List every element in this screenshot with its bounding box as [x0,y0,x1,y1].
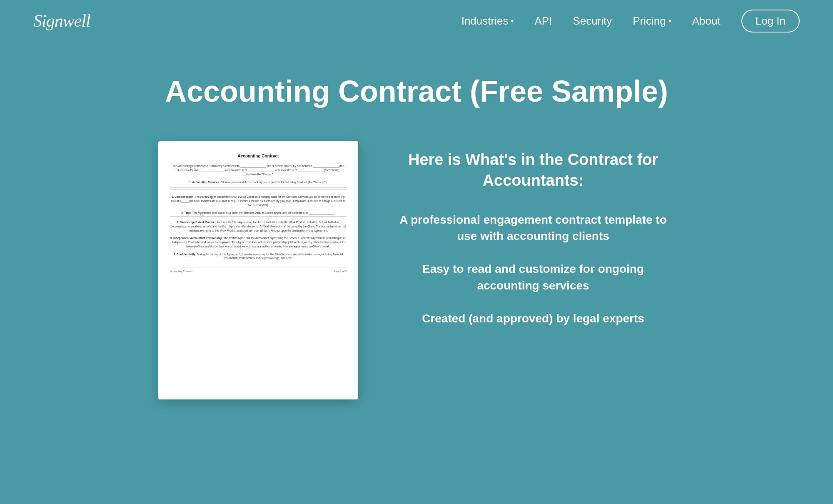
doc-item-2-number: 2. [172,195,174,198]
doc-item-1-title: Accounting Services. [192,181,220,184]
doc-item-2: 2. Compensation. The Parties agree Accou… [170,195,347,207]
doc-item-5: 5. Independent Accountant Relationship. … [170,236,347,248]
doc-item-2-text: The Parties agree Accountant shall invoi… [171,195,345,207]
doc-item-5-number: 5. [170,237,172,240]
header: Signwell Industries ▾ API Security Prici… [0,0,833,42]
document-intro: This Accounting Contract (the "Contract"… [170,164,347,176]
doc-line-1 [170,186,347,186]
doc-item-6-title: Confidentiality. [177,253,196,256]
doc-item-6-text: During the course of this Agreement, it … [197,253,343,260]
nav-api[interactable]: API [534,15,552,27]
feature-text-2: Easy to read and customize for ongoing a… [392,261,675,293]
logo[interactable]: Signwell [33,11,90,31]
feature-text-3: Created (and approved) by legal experts [392,310,675,327]
nav-industries-label: Industries [461,15,509,27]
document-footer: Accounting Contract Page 1 of 3 [170,267,347,272]
nav-security[interactable]: Security [573,15,612,27]
login-button[interactable]: Log In [741,10,800,32]
doc-item-1: 1. Accounting Services. Client requests … [170,180,347,191]
document-body: This Accounting Contract (the "Contract"… [170,164,347,260]
doc-item-3: 3. Term. This Agreement shall commence u… [170,211,347,217]
document-title: Accounting Contract [170,154,347,158]
navigation: Industries ▾ API Security Pricing ▾ Abou… [461,10,800,32]
main-content: Accounting Contract (Free Sample) Accoun… [0,42,833,441]
hero-section: Accounting Contract (Free Sample) Accoun… [0,42,833,441]
doc-item-3-number: 3. [181,211,183,214]
doc-item-6-number: 6. [174,253,176,256]
feature-item-2: Easy to read and customize for ongoing a… [392,261,675,293]
content-area: Accounting Contract This Accounting Cont… [125,141,708,399]
page-title: Accounting Contract (Free Sample) [33,75,800,108]
doc-item-1-number: 1. [189,181,191,184]
document-preview: Accounting Contract This Accounting Cont… [158,141,358,399]
doc-line-4 [170,191,347,191]
doc-line-5 [170,216,347,217]
doc-line-3 [170,189,347,190]
chevron-down-icon: ▾ [511,17,514,24]
feature-text-1: A professional engagement contract templ… [392,212,675,244]
doc-footer-left: Accounting Contract [170,270,192,272]
doc-item-3-title: Term. [184,211,191,214]
doc-footer-right: Page 1 of 3 [334,270,347,272]
doc-item-4-title: Ownership of Work Product. [180,221,217,224]
doc-line-2 [170,187,347,188]
doc-item-3-text: This Agreement shall commence upon the E… [192,211,335,214]
nav-pricing[interactable]: Pricing ▾ [633,15,671,27]
doc-item-4: 4. Ownership of Work Product. As a resul… [170,220,347,232]
feature-item-1: A professional engagement contract templ… [392,212,675,244]
nav-pricing-label: Pricing [633,15,666,27]
features-section: Here is What's in the Contract for Accou… [392,141,675,343]
doc-item-1-text: Client requests and Accountant agrees to… [221,181,327,184]
chevron-down-icon-pricing: ▾ [668,17,671,24]
doc-item-5-title: Independent Accountant Relationship. [173,237,223,240]
features-title: Here is What's in the Contract for Accou… [392,150,675,191]
nav-industries[interactable]: Industries ▾ [461,15,514,27]
doc-item-6: 6. Confidentiality. During the course of… [170,252,347,261]
feature-item-3: Created (and approved) by legal experts [392,310,675,327]
doc-item-2-title: Compensation. [175,195,194,198]
nav-about[interactable]: About [692,15,721,27]
doc-item-4-number: 4. [177,221,179,224]
